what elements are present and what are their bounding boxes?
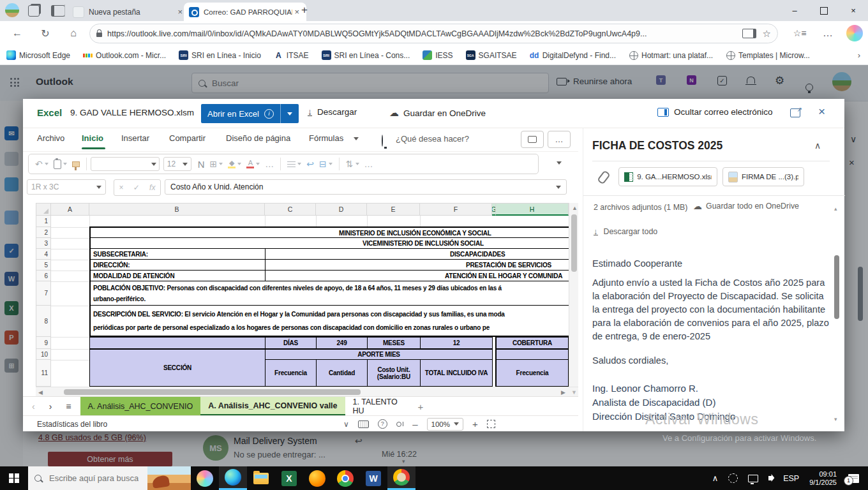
popout-icon[interactable]: ↗ <box>790 108 800 117</box>
favorites-hub-icon[interactable]: ☆≡ <box>790 24 809 43</box>
sheet-list-icon[interactable]: ≡ <box>66 401 71 412</box>
home-button[interactable]: ⌂ <box>64 24 83 43</box>
row-header-9[interactable]: 9 <box>36 337 51 349</box>
bookmark-item[interactable]: Outlook.com - Micr... <box>83 50 166 60</box>
browser-profile-avatar[interactable] <box>5 3 19 17</box>
taskbar-excel-icon[interactable]: X <box>275 466 303 490</box>
col-header-C[interactable]: C <box>265 203 316 216</box>
taskbar-word-icon[interactable]: W <box>359 466 387 490</box>
cell-frecuencia1[interactable]: Frecuencia <box>265 359 317 387</box>
col-header-D[interactable]: D <box>316 203 367 216</box>
cell-title2[interactable]: VICEMINISTERIO DE INCLUSIÓN SOCIAL <box>91 238 569 249</box>
row-header-11[interactable]: 11 <box>36 360 51 387</box>
grid-horizontal-scrollbar[interactable]: ◀ ▶ ▼ <box>36 387 578 397</box>
search-highlight-image[interactable] <box>147 466 191 490</box>
format-painter-button[interactable] <box>72 161 80 167</box>
download-button[interactable]: ↓ Descargar <box>308 107 357 117</box>
cell-title1[interactable]: MINISTERIO DE INCLUSIÓN ECONÓMICA Y SOCI… <box>91 228 569 238</box>
save-onedrive-button[interactable]: ☁ Guardar en OneDrive <box>389 107 486 119</box>
cell-direccion[interactable]: DIRECCIÓN: PRESTACIÓN DE SERVICIOS <box>91 260 569 271</box>
hide-email-button[interactable]: Ocultar correo electrónico <box>657 107 773 117</box>
url-field[interactable]: https://outlook.live.com/mail/0/inbox/id… <box>89 24 778 43</box>
settings-gear-icon[interactable]: ⚙ <box>775 74 784 87</box>
minimize-button[interactable]: – <box>780 0 809 21</box>
keyboard-icon[interactable] <box>358 420 369 428</box>
zoom-out-icon[interactable]: – <box>412 419 417 429</box>
sheet-tab-3[interactable]: 1. TALENTO HU <box>345 397 414 416</box>
workspaces-icon[interactable] <box>28 5 40 17</box>
cell-meses-label[interactable]: MESES <box>367 337 421 349</box>
scroll-right-icon[interactable]: ▶ <box>561 389 565 396</box>
font-name-select[interactable] <box>91 157 160 171</box>
cell-modalidad[interactable]: MODALIDAD DE ATENCIÓN ATENCIÓN EN EL HOG… <box>91 271 569 281</box>
bookmark-item[interactable]: IESS <box>423 50 453 60</box>
download-all-link[interactable]: ↓ Descargar todo <box>594 227 657 236</box>
ribbon-tab-inicio[interactable]: Inicio <box>82 133 103 143</box>
col-header-H[interactable]: H <box>496 203 569 216</box>
row-header-8[interactable]: 8 <box>36 306 51 337</box>
accessibility-icon[interactable] <box>396 422 403 427</box>
bookmark-item[interactable]: AITSAE <box>274 50 309 60</box>
vertical-tabs-icon[interactable] <box>51 5 65 17</box>
viewer-close-icon[interactable]: × <box>818 105 825 119</box>
font-color-button[interactable]: A <box>246 160 260 168</box>
zoom-in-icon[interactable]: + <box>472 419 478 429</box>
email-scrollbar-thumb[interactable] <box>834 255 839 319</box>
tab-nueva-pestana[interactable]: Nueva pestaña × <box>68 3 190 21</box>
col-header-F[interactable]: F <box>420 203 492 216</box>
col-header-B[interactable]: B <box>89 203 265 216</box>
more-menu-icon[interactable]: … <box>818 24 837 43</box>
sheet-next-icon[interactable]: › <box>49 401 52 412</box>
select-all-corner[interactable] <box>36 203 51 216</box>
language-indicator[interactable]: ESP <box>783 474 799 483</box>
tab-close-icon[interactable]: × <box>292 7 301 17</box>
action-center-icon[interactable]: 1 <box>848 474 859 483</box>
taskbar-explorer-icon[interactable] <box>247 466 275 490</box>
save-all-onedrive-link[interactable]: ☁ Guardar todo en OneDrive <box>693 201 799 211</box>
grid-vscroll-thumb[interactable] <box>571 214 577 272</box>
sheet-tab-1[interactable]: A. Análisis_AHC_CONVENIO <box>80 397 201 416</box>
zoom-level-select[interactable]: 100% <box>427 418 463 431</box>
row-header-5[interactable]: 5 <box>36 260 51 271</box>
maximize-button[interactable] <box>809 0 839 21</box>
cell-aporte-mies[interactable]: APORTE MIES <box>265 349 493 360</box>
ribbon-tab-compartir[interactable]: Compartir <box>169 133 206 143</box>
comments-button[interactable] <box>521 131 544 148</box>
outlook-search-box[interactable] <box>191 73 549 93</box>
account-avatar[interactable] <box>832 72 851 91</box>
tray-chevron-icon[interactable]: ∧ <box>712 473 719 483</box>
cell-seccion[interactable]: SECCIÓN <box>89 349 266 387</box>
teams-icon[interactable]: T <box>656 75 666 85</box>
todo-icon[interactable]: ✓ <box>717 76 727 85</box>
bookmark-item[interactable]: SRISRI en Línea - Cons... <box>322 50 410 60</box>
bookmark-item[interactable]: Hotmart: una plataf... <box>629 50 713 60</box>
bookmark-item[interactable]: Templates | Microw... <box>726 50 810 60</box>
tellme-text[interactable]: ¿Qué desea hacer? <box>396 134 469 144</box>
tab-correo-active[interactable]: Correo: GAD PARROQUIAL VALLE × <box>184 3 306 21</box>
row-header-4[interactable]: 4 <box>36 249 51 260</box>
split-screen-icon[interactable] <box>742 29 756 38</box>
bookmark-item[interactable]: Microsoft Edge <box>6 50 70 60</box>
fill-color-button[interactable]: ◆ <box>228 160 241 168</box>
bookmark-item[interactable]: ddDigitalDefynd - Find... <box>530 50 616 60</box>
attachment-xlsm[interactable]: 9. GA...HERMOSO.xlsm <box>618 167 717 186</box>
taskbar-copilot-icon[interactable] <box>191 466 219 490</box>
ribbon-tab-diseno[interactable]: Diseño de página <box>226 133 290 143</box>
borders-button[interactable]: ⊞ <box>210 159 223 169</box>
close-button[interactable]: × <box>839 0 868 21</box>
app-launcher-icon[interactable] <box>10 78 19 87</box>
taskbar-search-input[interactable] <box>48 473 140 484</box>
notifications-bell-icon[interactable] <box>747 77 755 84</box>
ribbon-more-button[interactable]: … <box>548 131 571 148</box>
fullscreen-icon[interactable] <box>487 420 495 428</box>
row-header-2[interactable]: 2 <box>36 227 51 238</box>
bold-button[interactable]: N <box>198 159 205 170</box>
open-in-excel-button[interactable]: Abrir en Excel <box>201 104 299 123</box>
scroll-left-icon[interactable]: ◀ <box>38 389 43 396</box>
collapse-chevron-icon[interactable]: ∧ <box>814 140 821 151</box>
volume-icon[interactable] <box>768 476 772 480</box>
network-icon[interactable] <box>748 475 758 482</box>
cell-poblacion[interactable]: POBLACIÓN OBJETIVO: Personas con discapa… <box>91 281 569 306</box>
wrap-text-button[interactable]: ↩ <box>306 159 314 169</box>
scroll-up-icon[interactable]: ▲ <box>572 205 578 211</box>
